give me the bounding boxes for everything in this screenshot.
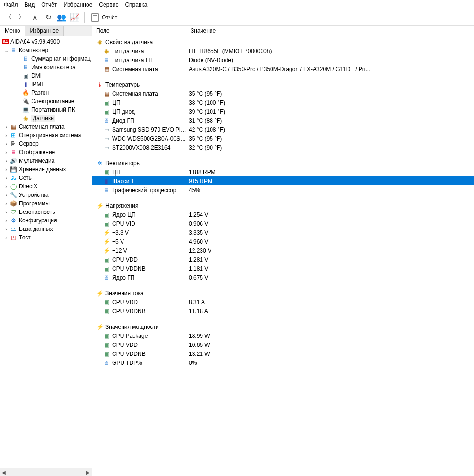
data-row[interactable]: ▣ЦП1188 RPM [92,167,474,176]
data-row[interactable]: ▣ЦП диод39 °C (101 °F) [92,107,474,116]
data-row[interactable]: ▦Системная плата35 °C (95 °F) [92,89,474,98]
data-row[interactable]: ▣CPU VID0.906 V [92,219,474,228]
data-row[interactable]: ⚡+5 V4.960 V [92,237,474,246]
tree-node[interactable]: ›⊞Операционная система [0,131,92,140]
tree-node[interactable]: 💻Портативный ПК [0,106,92,114]
menu-item[interactable]: Вид [25,1,35,8]
group-header[interactable]: ⚡Напряжения [92,201,474,210]
expand-icon[interactable]: › [3,124,9,130]
data-row[interactable]: ⚡+3.3 V3.335 V [92,228,474,237]
tree-node[interactable]: ▣DMI [0,71,92,80]
data-row[interactable]: ▭ST2000VX008-2E316432 °C (90 °F) [92,143,474,152]
app-title-row[interactable]: 64 AIDA64 v5.99.4900 [0,37,92,46]
tree-node-icon: 🗃 [9,225,17,233]
refresh-button[interactable]: ↻ [42,11,55,24]
data-row[interactable]: ▣CPU VDD1.281 V [92,255,474,264]
group-header[interactable]: ⚡Значения тока [92,289,474,298]
expand-icon[interactable]: › [3,175,9,181]
data-row[interactable]: ◉Тип датчикаITE IT8655E (MMIO F7000000h) [92,46,474,55]
expand-icon[interactable]: › [3,192,9,198]
tree-node[interactable]: 🔥Разгон [0,88,92,97]
data-row[interactable]: ▦Системная платаAsus A320M-C / B350-Pro … [92,64,474,73]
data-row[interactable]: ▭WDC WDS500G2B0A-00SM5035 °C (95 °F) [92,134,474,143]
tree-node[interactable]: ▮IPMI [0,80,92,88]
tree-label: Хранение данных [19,166,66,173]
expand-icon[interactable]: › [3,150,9,155]
data-row[interactable]: 🖥GPU TDP%0% [92,358,474,367]
data-row[interactable]: ▣Ядро ЦП1.254 V [92,210,474,219]
data-row[interactable]: ▣ЦП38 °C (100 °F) [92,98,474,107]
tree-node[interactable]: ›◯DirectX [0,182,92,191]
data-row[interactable]: 🖥Графический процессор45% [92,185,474,194]
back-button[interactable]: 〈 [2,11,15,24]
tree-node[interactable]: ◉Датчики [0,114,92,123]
expand-icon[interactable]: › [3,209,9,215]
menu-item[interactable]: Сервис [99,1,118,8]
chart-button[interactable]: 📈 [68,11,81,24]
data-row[interactable]: ▭Samsung SSD 970 EVO Plus ...42 °C (108 … [92,125,474,134]
tree-node[interactable]: ›💾Хранение данных [0,165,92,174]
up-button[interactable]: ∧ [28,11,42,24]
users-button[interactable]: 👥 [55,11,68,24]
group-header[interactable]: ⚡Значения мощности [92,322,474,331]
tree-node[interactable]: 🔌Электропитание [0,97,92,106]
tree-node[interactable]: ›🖥Отображение [0,148,92,157]
tree-node-icon: ◯ [9,183,17,190]
data-row[interactable]: ▣CPU VDDNB13.21 W [92,349,474,358]
expand-icon[interactable]: › [3,235,9,240]
tree-node[interactable]: ›⚙Конфигурация [0,216,92,225]
tree-node[interactable]: ›🔊Мультимедиа [0,157,92,165]
tree-node[interactable]: ›🖧Сеть [0,174,92,182]
data-row[interactable]: ▣CPU VDDNB1.181 V [92,264,474,273]
forward-button[interactable]: 〉 [15,11,28,24]
tab-menu[interactable]: Меню [0,26,25,36]
expand-icon[interactable]: ⌄ [3,47,9,53]
menu-item[interactable]: Файл [4,1,18,8]
group-header[interactable]: 🌡Температуры [92,80,474,89]
scroll-left-icon[interactable]: ◀ [0,468,8,476]
tree-node[interactable]: ›🛡Безопасность [0,208,92,216]
column-field[interactable]: Поле [92,26,187,36]
tree-label: DMI [31,72,42,79]
field-value: 8.31 A [189,299,474,306]
data-row[interactable]: 🖥Диод ГП31 °C (88 °F) [92,116,474,125]
expand-icon[interactable]: › [3,201,9,206]
group-header[interactable]: ◉Свойства датчика [92,37,474,46]
report-button[interactable]: Отчёт [88,11,121,24]
data-row[interactable]: ▣CPU Package18.99 W [92,331,474,340]
tree-node[interactable]: ›🔧Устройства [0,191,92,199]
tree-node[interactable]: ›▦Системная плата [0,123,92,131]
field-name: Графический процессор [111,187,189,194]
item-icon: ▣ [103,350,110,358]
expand-icon[interactable]: › [3,158,9,164]
data-row[interactable]: ▮Шасси 1915 RPM [92,176,474,185]
tree-node[interactable]: ›◳Тест [0,233,92,242]
scroll-right-icon[interactable]: ▶ [84,468,92,476]
data-row[interactable]: ▣CPU VDDNB11.18 A [92,307,474,316]
data-row[interactable]: ⚡+12 V12.230 V [92,246,474,255]
tree-node[interactable]: ›🗃База данных [0,225,92,233]
group-header[interactable]: ✲Вентиляторы [92,159,474,167]
expand-icon[interactable]: › [3,218,9,223]
data-row[interactable]: 🖥Тип датчика ГПDiode (NV-Diode) [92,55,474,64]
tree-node[interactable]: ›🗄Сервер [0,140,92,148]
menu-item[interactable]: Справка [125,1,147,8]
tree-node-computer[interactable]: ⌄ 🖥 Компьютер [0,46,92,54]
menu-item[interactable]: Избранное [64,1,93,8]
data-row[interactable]: ▣CPU VDD8.31 A [92,298,474,307]
column-value[interactable]: Значение [187,26,219,36]
tree-node[interactable]: 🖥Суммарная информац [0,54,92,63]
expand-icon[interactable]: › [3,141,9,147]
sidebar: Меню Избранное 64 AIDA64 v5.99.4900 ⌄ 🖥 … [0,26,92,476]
expand-icon[interactable]: › [3,167,9,172]
data-row[interactable]: 🖥Ядро ГП0.675 V [92,273,474,282]
menu-item[interactable]: Отчёт [41,1,57,8]
tab-favorites[interactable]: Избранное [25,26,64,36]
tree-node[interactable]: ›📦Программы [0,199,92,208]
expand-icon[interactable]: › [3,132,9,138]
expand-icon[interactable]: › [3,226,9,232]
data-row[interactable]: ▣CPU VDD10.65 W [92,340,474,349]
expand-icon[interactable]: › [3,184,9,189]
tree-node[interactable]: 🖥Имя компьютера [0,63,92,71]
sidebar-scrollbar[interactable]: ◀ ▶ [0,468,92,476]
